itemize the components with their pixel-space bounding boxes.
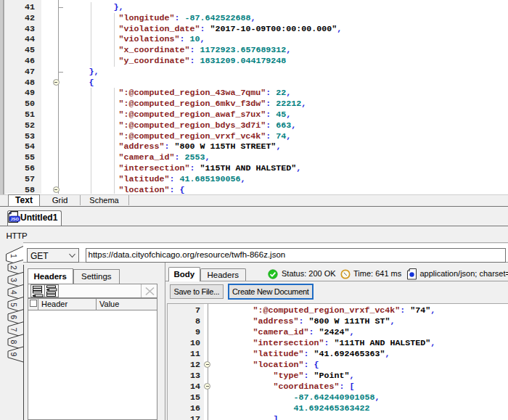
svg-text:JSO: JSO [10, 217, 19, 221]
svg-text:8: 8 [9, 339, 18, 344]
svg-text:9: 9 [9, 353, 18, 357]
svg-text:7: 7 [9, 327, 18, 332]
svg-text:4: 4 [9, 290, 18, 295]
svg-text:6: 6 [9, 315, 18, 319]
svg-text:5: 5 [9, 302, 18, 307]
svg-text:1: 1 [9, 254, 18, 258]
svg-text:2: 2 [9, 265, 18, 270]
svg-text:3: 3 [9, 278, 18, 282]
